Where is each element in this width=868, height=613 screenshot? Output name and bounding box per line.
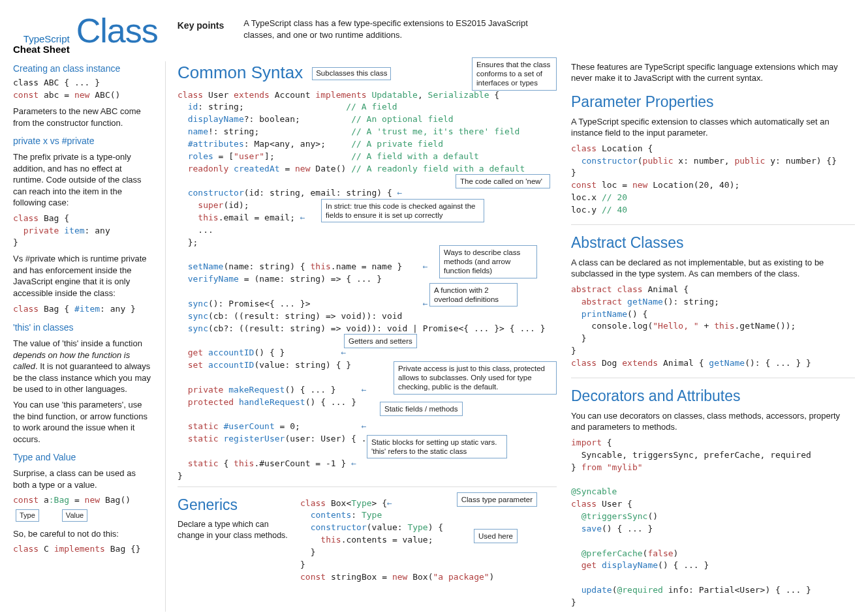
code-decorators: import { Syncable, triggersSync, preferC…	[571, 437, 855, 609]
generics-desc: Declare a type which can change in your …	[178, 519, 288, 541]
callout-static: Static fields / methods	[380, 402, 463, 416]
left-p-typevalue: Surprise, a class can be used as both a …	[13, 468, 153, 490]
right-p-abstract: A class can be declared as not implement…	[571, 257, 855, 280]
callout-new: The code called on 'new'	[456, 174, 550, 188]
right-h-abstract: Abstract Classes	[571, 233, 855, 253]
box-type: Type	[16, 509, 39, 522]
left-h-typevalue: Type and Value	[13, 451, 153, 464]
middle-column: Common Syntax Subclasses this class Ensu…	[165, 61, 557, 612]
left-h-instance: Creating an class instance	[13, 63, 153, 75]
logo-cheatsheet: Cheat Sheet	[13, 44, 70, 55]
left-p-this1: The value of 'this' inside a function de…	[13, 338, 153, 395]
right-h-paramprops: Parameter Properties	[571, 92, 855, 112]
left-p-this2: You can use 'this parameters', use the b…	[13, 399, 153, 445]
generics-block: Generics Declare a type which can change…	[178, 495, 557, 586]
callout-methods: Ways to describe class methods (and arro…	[439, 245, 537, 278]
right-p-paramprops: A TypeScript specific extension to class…	[571, 116, 855, 139]
box-value: Value	[62, 509, 87, 522]
code-paramprops: class Location { constructor(public x: n…	[571, 143, 855, 217]
left-p-params: Parameters to the new ABC come from the …	[13, 106, 153, 128]
code-abstract: abstract class Animal { abstract getName…	[571, 284, 855, 370]
mid-h-common: Common Syntax	[178, 61, 303, 84]
callout-staticblock: Static blocks for setting up static vars…	[367, 435, 507, 459]
logo-left: TypeScript Cheat Sheet	[13, 34, 70, 55]
code-generics: class Box<Type> {← contents: Type constr…	[300, 498, 557, 584]
callout-conforms: Ensures that the class conforms to a set…	[472, 57, 557, 91]
mid-h-generics: Generics	[178, 495, 288, 515]
code-instance: class ABC { ... } const abc = new ABC()	[13, 77, 153, 102]
left-h-private: private x vs #private	[13, 135, 153, 147]
callout-getset: Getters and setters	[344, 334, 417, 348]
left-p-private2: Vs #private which is runtime private and…	[13, 253, 153, 299]
type-value-boxes: Type Value	[16, 509, 153, 522]
callout-private: Private access is just to this class, pr…	[394, 361, 557, 395]
header: TypeScript Cheat Sheet Class Key points …	[13, 8, 855, 55]
left-p-careful: So, be careful to not do this:	[13, 528, 153, 540]
right-column: These features are TypeScript specific l…	[568, 61, 855, 612]
code-implements-bag: class C implements Bag {}	[13, 543, 153, 556]
code-typevalue: const a:Bag = new Bag()	[13, 494, 153, 507]
callout-subclass: Subclasses this class	[312, 67, 391, 80]
key-points-text: A TypeScript class has a few type-specif…	[243, 8, 531, 40]
key-points-label: Key points	[178, 8, 225, 32]
callout-classtype: Class type parameter	[457, 492, 537, 507]
logo-typescript: TypeScript	[13, 34, 70, 44]
right-intro: These features are TypeScript specific l…	[571, 61, 845, 84]
right-p-decorators: You can use decorators on classes, class…	[571, 410, 855, 433]
common-syntax-block: Common Syntax Subclasses this class Ensu…	[178, 61, 557, 483]
code-private-bag: class Bag { private item: any }	[13, 213, 153, 250]
callout-strict: In strict: true this code is checked aga…	[321, 199, 484, 223]
page-title: Class	[76, 8, 158, 53]
callout-overload: A function with 2 overload definitions	[429, 283, 518, 307]
left-p-private1: The prefix private is a type-only additi…	[13, 151, 153, 209]
main-layout: Creating an class instance class ABC { .…	[13, 61, 855, 612]
logo-block: TypeScript Cheat Sheet Class	[13, 8, 158, 55]
callout-usedhere: Used here	[474, 529, 518, 543]
left-column: Creating an class instance class ABC { .…	[13, 61, 153, 612]
code-hash-private: class Bag { #item: any }	[13, 303, 153, 316]
left-h-this: 'this' in classes	[13, 321, 153, 334]
right-h-decorators: Decorators and Attributes	[571, 386, 855, 406]
